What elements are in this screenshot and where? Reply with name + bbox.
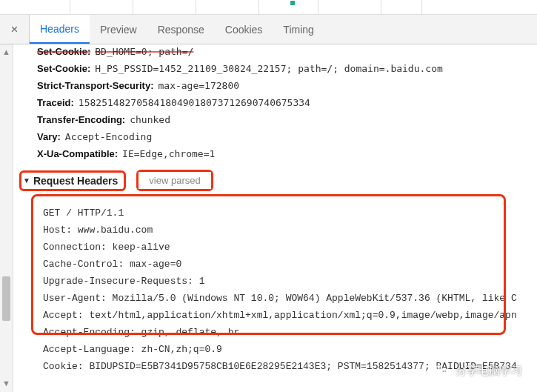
header-row: Set-Cookie:H_PS_PSSID=1452_21109_30824_2…	[19, 62, 537, 79]
svg-point-5	[444, 371, 445, 371]
response-headers-list: Set-Cookie:BD_HOME=0; path=/Set-Cookie:H…	[19, 44, 537, 164]
header-value: IE=Edge,chrome=1	[122, 148, 215, 159]
wechat-icon	[433, 362, 450, 379]
view-parsed-button[interactable]: view parsed	[139, 172, 210, 189]
tab-preview[interactable]: Preview	[90, 15, 147, 44]
header-value: chunked	[130, 114, 170, 125]
scrollbar-vertical[interactable]: ▲ ▼	[0, 44, 13, 392]
header-value: H_PS_PSSID=1452_21109_30824_22157; path=…	[95, 63, 443, 74]
header-key: Set-Cookie:	[37, 63, 90, 74]
header-key: Set-Cookie:	[37, 46, 90, 57]
scroll-down-icon[interactable]: ▼	[2, 379, 10, 388]
header-row: Strict-Transport-Security:max-age=172800	[19, 79, 537, 96]
col-time	[318, 0, 381, 14]
tab-headers[interactable]: Headers	[30, 15, 90, 44]
header-row: X-Ua-Compatible:IE=Edge,chrome=1	[19, 147, 537, 164]
header-key: Traceid:	[37, 97, 74, 108]
raw-line: Connection: keep-alive	[22, 239, 537, 256]
raw-line: GET / HTTP/1.1	[22, 205, 537, 222]
raw-line: Cache-Control: max-age=0	[22, 256, 537, 273]
header-key: X-Ua-Compatible:	[37, 148, 118, 159]
header-value: 1582514827058418049018073712690740675334	[79, 97, 310, 108]
watermark-text: 分享电脑学习	[456, 364, 522, 378]
header-key: Vary:	[37, 131, 61, 142]
devtools-tabs: × Headers Preview Response Cookies Timin…	[0, 15, 537, 44]
header-key: Transfer-Encoding:	[37, 114, 125, 125]
tab-timing[interactable]: Timing	[273, 15, 324, 44]
tab-cookies[interactable]: Cookies	[215, 15, 273, 44]
tabs-list: Headers Preview Response Cookies Timing	[30, 15, 324, 44]
header-value: Accept-Encoding	[65, 131, 152, 142]
header-value: max-age=172800	[158, 80, 239, 91]
watermark: 分享电脑学习	[433, 362, 522, 379]
section-title-label: Request Headers	[33, 175, 118, 187]
header-key: Strict-Transport-Security:	[37, 80, 153, 91]
scroll-thumb[interactable]	[2, 276, 10, 321]
tab-response[interactable]: Response	[147, 15, 215, 44]
header-row: Set-Cookie:BD_HOME=0; path=/	[19, 44, 537, 62]
col-name	[0, 0, 70, 14]
svg-point-2	[437, 368, 438, 369]
col-waterfall	[381, 0, 422, 14]
headers-content: Set-Cookie:BD_HOME=0; path=/Set-Cookie:H…	[13, 43, 537, 392]
network-table-header	[0, 0, 537, 15]
raw-line: User-Agent: Mozilla/5.0 (Windows NT 10.0…	[22, 290, 537, 307]
raw-line: Upgrade-Insecure-Requests: 1	[22, 273, 537, 290]
header-row: Transfer-Encoding:chunked	[19, 113, 537, 130]
svg-point-3	[439, 368, 441, 369]
col-type	[133, 0, 196, 14]
svg-point-4	[443, 371, 444, 371]
request-headers-toggle[interactable]: ▼ Request Headers	[21, 173, 124, 189]
raw-line: Accept-Language: zh-CN,zh;q=0.9	[22, 341, 537, 358]
col-status	[70, 0, 133, 14]
scroll-up-icon[interactable]: ▲	[2, 47, 10, 56]
request-headers-section: ▼ Request Headers view parsed	[19, 164, 537, 197]
triangle-down-icon: ▼	[23, 176, 30, 185]
header-value: BD_HOME=0; path=/	[95, 46, 193, 57]
header-row: Traceid:15825148270584180490180737126907…	[19, 96, 537, 113]
raw-line: Accept-Encoding: gzip, deflate, br	[22, 324, 537, 341]
col-initiator	[196, 0, 259, 14]
svg-point-1	[441, 368, 447, 375]
request-raw-block: GET / HTTP/1.1Host: www.baidu.comConnect…	[19, 199, 537, 375]
col-size	[259, 0, 318, 14]
raw-line: Accept: text/html,application/xhtml+xml,…	[22, 307, 537, 324]
raw-line: Host: www.baidu.com	[22, 222, 537, 239]
header-row: Vary:Accept-Encoding	[19, 130, 537, 147]
close-icon[interactable]: ×	[0, 15, 30, 44]
